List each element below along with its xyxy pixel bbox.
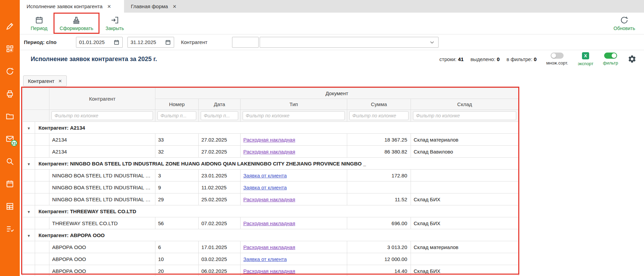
refresh-button[interactable]: Обновить: [610, 14, 639, 32]
close-form-button[interactable]: Закрыть: [102, 14, 127, 32]
cell-expand: [23, 134, 35, 146]
cell-select: [35, 217, 49, 229]
column-header-contractor[interactable]: Контрагент: [49, 88, 155, 110]
cell-sum: 696.00: [347, 217, 411, 229]
generate-button-label: Сформировать: [60, 26, 93, 31]
cell-warehouse: Склад Вавилово: [411, 146, 519, 158]
table-row[interactable]: А21343327.02.2025Расходная накладная18 3…: [23, 134, 519, 146]
gear-icon[interactable]: [628, 55, 637, 63]
print-icon[interactable]: [5, 89, 14, 98]
filter-date-input[interactable]: [201, 111, 238, 120]
filter-toggle-label: фильтр: [603, 60, 618, 66]
table-row[interactable]: NINGBO BOA STEEL LTD INDUSTRIAL ZONE HUA…: [23, 170, 519, 181]
document-type-link[interactable]: Расходная накладная: [243, 220, 295, 226]
group-row[interactable]: ▼Контрагент: АВРОРА ООО: [23, 229, 519, 241]
cell-warehouse: [411, 181, 519, 193]
table-row[interactable]: А21343227.02.2025Расходная накладная86 3…: [23, 146, 519, 158]
document-type-link[interactable]: Заявка от клиента: [243, 256, 287, 262]
group-row[interactable]: ▼Контрагент: THREEWAY STEEL CO.LTD: [23, 205, 519, 217]
generate-button[interactable]: Сформировать: [56, 14, 97, 32]
tab-label: Главная форма: [131, 3, 168, 9]
collapse-caret-icon[interactable]: ▼: [27, 210, 31, 214]
collapse-caret-icon[interactable]: ▼: [27, 234, 31, 238]
calendar-icon[interactable]: [165, 39, 171, 45]
table-row[interactable]: АВРОРА ООО617.01.2025Расходная накладная…: [23, 241, 519, 253]
document-type-link[interactable]: Заявка от клиента: [243, 173, 287, 178]
contractor-code-input[interactable]: [232, 37, 259, 48]
tab-bar: Исполнение заявок контрагента × Главная …: [20, 0, 644, 13]
filter-contractor-input[interactable]: [51, 111, 153, 120]
table-row[interactable]: АВРОРА ООО2006.02.2025Расходная накладна…: [23, 265, 519, 276]
refresh-button-label: Обновить: [614, 26, 635, 31]
column-header-type[interactable]: Тип: [241, 99, 347, 110]
filter-toggle[interactable]: фильтр: [603, 53, 618, 66]
checklist-icon[interactable]: [5, 224, 14, 233]
sync-icon[interactable]: [5, 67, 14, 76]
tab-close-icon[interactable]: ×: [173, 3, 177, 10]
column-header-warehouse[interactable]: Склад: [411, 99, 519, 110]
export-button[interactable]: X экспорт: [578, 52, 593, 66]
date-to-input[interactable]: [131, 39, 165, 45]
filter-warehouse-input[interactable]: [413, 111, 516, 120]
filter-sum-input[interactable]: [349, 111, 409, 120]
cell-date: 23.01.2025: [199, 170, 241, 181]
document-type-link[interactable]: Расходная накладная: [243, 197, 295, 202]
period-button[interactable]: Период: [27, 14, 51, 32]
cell-warehouse: Склад БИХ: [411, 217, 519, 229]
cell-select: [35, 134, 49, 146]
toggle-off-icon[interactable]: [551, 53, 564, 59]
column-group-document: Документ: [155, 88, 519, 99]
document-type-link[interactable]: Расходная накладная: [243, 137, 295, 143]
report-header: Исполнение заявок контрагента за 2025 г.…: [20, 50, 644, 68]
group-row[interactable]: ▼Контрагент: А2134: [23, 122, 519, 134]
column-header-sum[interactable]: Сумма: [347, 99, 411, 110]
chip-close-icon[interactable]: ×: [59, 78, 62, 84]
collapse-caret-icon[interactable]: ▼: [27, 126, 31, 130]
cell-date: 27.02.2025: [199, 146, 241, 158]
cell-date: 17.01.2025: [199, 241, 241, 253]
table-row[interactable]: NINGBO BOA STEEL LTD INDUSTRIAL ZONE HUA…: [23, 181, 519, 193]
date-from-field[interactable]: [76, 37, 123, 48]
table-row[interactable]: NINGBO BOA STEEL LTD INDUSTRIAL ZONE HUA…: [23, 193, 519, 205]
calendar-icon[interactable]: [5, 179, 14, 188]
tab-close-icon[interactable]: ×: [107, 3, 111, 10]
date-from-input[interactable]: [79, 39, 113, 45]
cell-date: 03.02.2025: [199, 253, 241, 265]
cell-contractor: А2134: [49, 146, 155, 158]
tab-main-form[interactable]: Главная форма ×: [124, 0, 183, 13]
report-grid-icon[interactable]: [5, 202, 14, 211]
multisort-toggle[interactable]: множ.сорт.: [546, 53, 568, 66]
group-row[interactable]: ▼Контрагент: NINGBO BOA STEEL LTD INDUST…: [23, 158, 519, 170]
table-row[interactable]: THREEWAY STEEL CO.LTD5607.02.2025Расходн…: [23, 217, 519, 229]
cell-select: [35, 265, 49, 276]
cell-expand: [23, 217, 35, 229]
filter-number-input[interactable]: [157, 111, 196, 120]
table-row[interactable]: АВРОРА ООО1003.02.2025Заявка от клиента1…: [23, 253, 519, 265]
search-icon[interactable]: [5, 157, 14, 166]
collapse-caret-icon[interactable]: ▼: [27, 162, 31, 166]
document-type-link[interactable]: Расходная накладная: [243, 149, 295, 155]
folder-icon[interactable]: [5, 112, 14, 121]
tab-report[interactable]: Исполнение заявок контрагента ×: [20, 0, 124, 13]
pencil-icon[interactable]: [5, 22, 14, 31]
refresh-icon: [620, 16, 629, 25]
date-to-field[interactable]: [127, 37, 174, 48]
column-header-date[interactable]: Дата: [199, 99, 241, 110]
document-type-link[interactable]: Расходная накладная: [243, 268, 295, 274]
cell-sum: 18 367.25: [347, 134, 411, 146]
cell-expand: [23, 241, 35, 253]
column-header-number[interactable]: Номер: [155, 99, 199, 110]
toggle-on-icon[interactable]: [604, 53, 617, 59]
cell-date: 06.02.2025: [199, 265, 241, 276]
cell-sum: 12 000.00: [347, 253, 411, 265]
cell-type: Заявка от клиента: [241, 181, 347, 193]
contractor-select[interactable]: [260, 37, 439, 48]
document-type-link[interactable]: Заявка от клиента: [243, 185, 287, 190]
qr-code-icon[interactable]: [5, 44, 14, 53]
document-type-link[interactable]: Расходная накладная: [243, 244, 295, 250]
filter-chip-contractor[interactable]: Контрагент ×: [23, 75, 67, 86]
filter-type-input[interactable]: [243, 111, 345, 120]
excel-icon[interactable]: X: [582, 52, 589, 59]
mail-icon[interactable]: 31: [5, 134, 14, 143]
calendar-icon[interactable]: [113, 39, 120, 45]
